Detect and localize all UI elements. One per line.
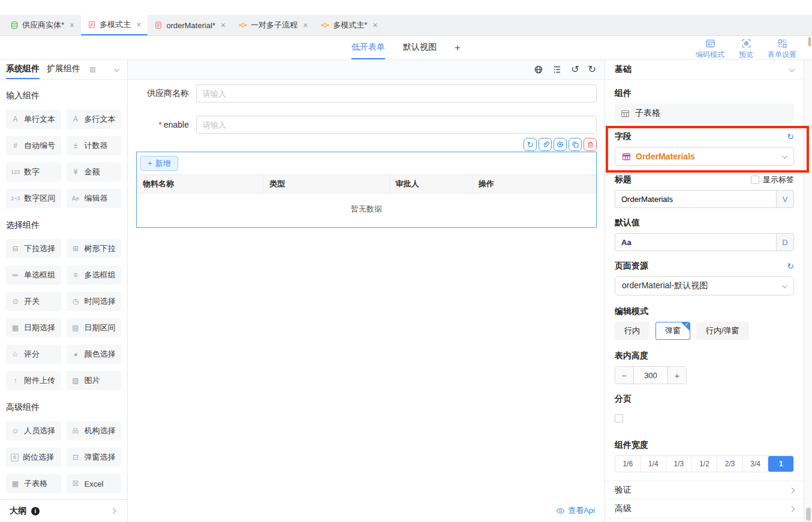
pagination-checkbox[interactable] [615, 414, 623, 423]
edit-mode-inline[interactable]: 行内 [615, 322, 649, 340]
enable-input[interactable] [196, 116, 597, 134]
width-option-1-6[interactable]: 1/6 [615, 456, 641, 472]
scrollbar-thumb[interactable] [806, 508, 811, 521]
width-option-2-3[interactable]: 2/3 [717, 456, 743, 472]
component-rating[interactable]: ☆评分 [6, 345, 61, 364]
component-editor[interactable]: A≡编辑器 [67, 189, 122, 208]
sidebar-body: 输入组件 A单行文本 A多行文本 #自动编号 ±计数器 123数字 ¥金额 1~… [0, 80, 127, 499]
tab-one-to-many-flow[interactable]: 一对多子流程 × [232, 15, 314, 35]
supplier-name-input[interactable] [196, 85, 597, 102]
outline-label: 大纲 [10, 506, 26, 517]
sync-button[interactable]: ↻ [524, 138, 537, 151]
close-icon[interactable]: × [303, 20, 308, 30]
component-single-line-text[interactable]: A单行文本 [6, 110, 61, 129]
width-option-full[interactable]: 1 [768, 456, 793, 472]
component-number[interactable]: 123数字 [6, 162, 61, 182]
chevron-down-icon[interactable] [114, 66, 120, 72]
component-subtable[interactable]: ▦子表格 [6, 474, 61, 493]
flow-icon [321, 21, 329, 29]
copy-button[interactable] [569, 138, 582, 151]
tab-extension-components[interactable]: 扩展组件 [47, 60, 80, 79]
close-icon[interactable]: × [373, 20, 378, 30]
settings-button[interactable] [554, 138, 567, 151]
component-date-picker[interactable]: ▦日期选择 [6, 318, 61, 337]
globe-icon[interactable] [534, 65, 543, 74]
link-button[interactable] [539, 138, 552, 151]
table-height-value[interactable]: 300 [633, 367, 668, 384]
form-field-supplier-name[interactable]: 供应商名称 [136, 85, 597, 102]
component-color-picker[interactable]: ◕颜色选择 [67, 345, 122, 364]
component-org-select[interactable]: 品机构选择 [67, 421, 122, 440]
component-post-select[interactable]: 8岗位选择 [6, 448, 61, 467]
width-option-3-4[interactable]: 3/4 [743, 456, 769, 472]
width-option-1-3[interactable]: 1/3 [666, 456, 692, 472]
title-input[interactable] [615, 190, 776, 208]
component-multi-line-text[interactable]: A多行文本 [67, 110, 122, 129]
show-label-checkbox[interactable] [751, 176, 759, 184]
width-option-1-4[interactable]: 1/4 [641, 456, 667, 472]
column-header: 审批人 [389, 175, 472, 194]
edit-mode-popup[interactable]: 弹窗 ✓ [655, 322, 690, 340]
code-mode-button[interactable]: 编码模式 [696, 38, 724, 60]
outline-tree-icon[interactable] [552, 65, 562, 74]
subtable-component-selected[interactable]: ↻ [136, 152, 597, 228]
tab-supplier-entity[interactable]: 供应商实体* × [4, 15, 81, 35]
chevron-right-icon[interactable] [110, 508, 116, 514]
default-value-button[interactable]: D [776, 233, 794, 251]
edit-mode-inline-popup[interactable]: 行内/弹窗 [696, 322, 749, 340]
section-style[interactable]: 样式 [605, 518, 804, 522]
component-radio-group[interactable]: ≔单选框组 [6, 265, 61, 285]
redo-icon[interactable]: ↻ [588, 65, 596, 74]
section-advanced[interactable]: 高级 [605, 499, 804, 518]
form-field-enable[interactable]: *enable [136, 116, 597, 134]
form-settings-button[interactable]: 表单设置 [768, 38, 796, 60]
preview-button[interactable]: 预览 [739, 38, 753, 60]
default-value-prop-label: 默认值 [615, 218, 794, 228]
component-time-picker[interactable]: ◷时间选择 [67, 292, 122, 311]
component-amount[interactable]: ¥金额 [67, 162, 122, 182]
component-checkbox-group[interactable]: ≡多选框组 [67, 265, 122, 285]
close-icon[interactable]: × [70, 20, 74, 30]
sync-icon[interactable]: ↻ [787, 132, 794, 141]
outline-bar[interactable]: 大纲 i [0, 499, 127, 522]
component-date-range[interactable]: ▤日期区间 [67, 318, 122, 337]
component-switch[interactable]: ⊙开关 [6, 292, 61, 311]
component-popup-select[interactable]: ⊡弹窗选择 [67, 448, 122, 467]
tab-multimode-main-2[interactable]: 多模式主* × [314, 15, 384, 35]
tab-lowcode-form[interactable]: 低开表单 [351, 36, 385, 59]
default-value-input[interactable] [615, 233, 776, 251]
tab-multimode-main[interactable]: 多模式主 × [81, 15, 148, 35]
component-person-select[interactable]: ☺人员选择 [6, 421, 61, 440]
inspector-header-basic[interactable]: 基础 [605, 60, 804, 80]
action-label: 编码模式 [696, 50, 724, 60]
component-auto-number[interactable]: #自动编号 [6, 136, 61, 155]
sync-icon[interactable]: ↻ [787, 262, 794, 270]
component-image[interactable]: ▨图片 [67, 371, 122, 390]
field-select[interactable]: OrderMaterials [615, 147, 794, 166]
component-dropdown-select[interactable]: ⊟下拉选择 [6, 239, 61, 258]
component-sidebar: 系统组件 扩展组件 输入组件 A单行文本 A多行文本 #自动编号 ±计数器 12… [0, 60, 128, 522]
tab-default-view[interactable]: 默认视图 [403, 36, 437, 59]
section-validation[interactable]: 验证 [605, 481, 804, 499]
show-label-option[interactable]: 显示标签 [751, 174, 794, 185]
component-tree-select[interactable]: ⊞树形下拉 [67, 239, 122, 258]
view-api-link[interactable]: 查看Api [556, 505, 595, 516]
component-excel[interactable]: ☒Excel [67, 474, 122, 493]
tab-system-components[interactable]: 系统组件 [6, 60, 40, 79]
page-resource-select[interactable]: orderMaterial-默认视图 [615, 276, 794, 295]
close-icon[interactable]: × [221, 20, 225, 30]
width-option-1-2[interactable]: 1/2 [692, 456, 718, 472]
component-number-range[interactable]: 1~3数字区间 [6, 189, 61, 208]
close-icon[interactable]: × [136, 20, 141, 29]
decrement-button[interactable]: − [615, 367, 633, 384]
window-scrollbar[interactable] [804, 60, 812, 522]
add-view-button[interactable]: + [455, 42, 461, 54]
increment-button[interactable]: + [668, 367, 686, 384]
add-row-button[interactable]: + 新增 [140, 156, 178, 171]
component-attachment-upload[interactable]: ↑附件上传 [6, 371, 61, 390]
title-variable-button[interactable]: V [776, 190, 794, 208]
component-counter[interactable]: ±计数器 [67, 136, 122, 155]
tab-ordermaterial[interactable]: orderMaterial* × [148, 15, 232, 35]
delete-button[interactable] [584, 138, 597, 151]
undo-icon[interactable]: ↺ [571, 65, 579, 74]
